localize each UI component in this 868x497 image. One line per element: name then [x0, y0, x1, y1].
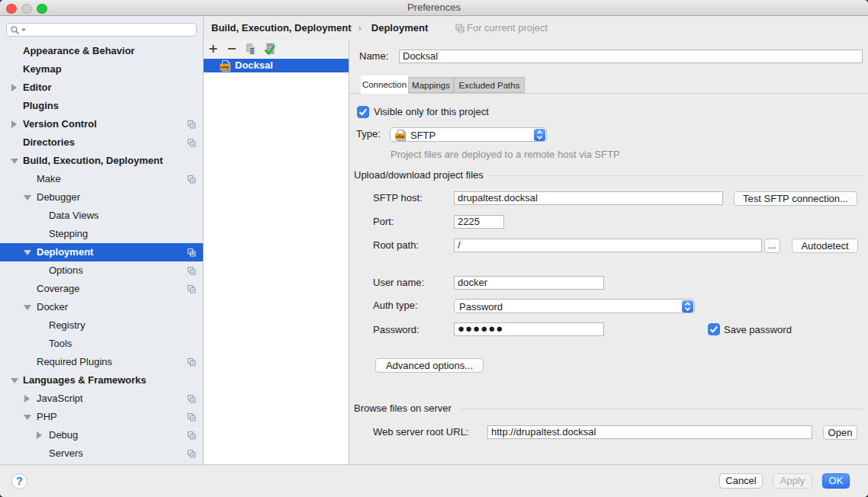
- svg-text:sftp: sftp: [396, 133, 405, 139]
- svg-text:sftp: sftp: [220, 64, 230, 69]
